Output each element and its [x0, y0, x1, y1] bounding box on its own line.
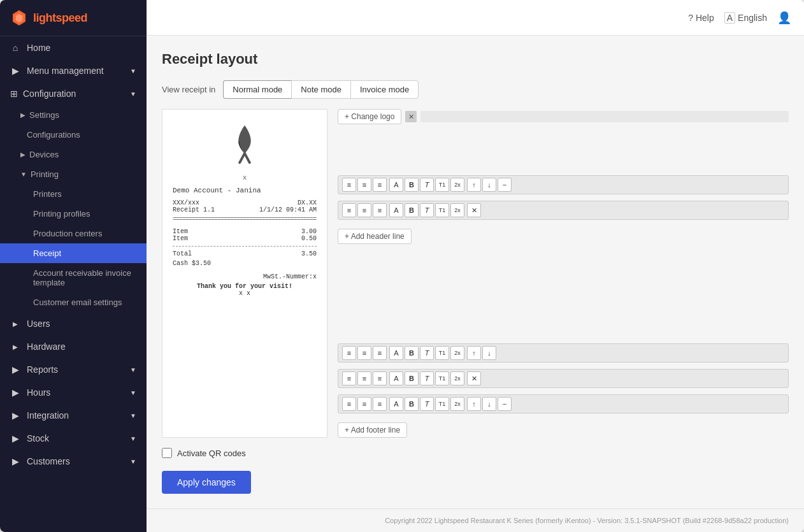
sidebar-item-users[interactable]: ▶ Users — [0, 312, 147, 335]
remove-logo-button[interactable]: ✕ — [405, 111, 417, 122]
f-size-2x-btn[interactable]: 2x — [450, 346, 464, 360]
f3-align-left-btn[interactable]: ≡ — [342, 397, 356, 411]
f2-font-a-btn[interactable]: A — [389, 371, 403, 385]
view-receipt-label: View receipt in — [162, 85, 215, 94]
sidebar-item-settings[interactable]: ▶ Settings — [0, 105, 147, 125]
sidebar-item-hours[interactable]: ▶ Hours ▼ — [0, 381, 147, 404]
sidebar-item-devices-label: Devices — [29, 150, 59, 159]
f3-dash-btn[interactable]: − — [498, 397, 512, 411]
size-2x-btn-2[interactable]: 2x — [450, 203, 464, 217]
help-button[interactable]: ? Help — [688, 13, 714, 23]
add-footer-line-button[interactable]: + Add footer line — [338, 422, 407, 438]
sidebar-item-integration-label: Integration — [27, 410, 69, 421]
font-a-btn[interactable]: A — [389, 178, 403, 192]
sidebar-item-configuration[interactable]: ⊞ Configuration ▼ — [0, 82, 147, 105]
sidebar-item-account-receivable[interactable]: Account receivable invoice template — [0, 263, 147, 292]
sidebar-item-devices[interactable]: ▶ Devices — [0, 145, 147, 164]
user-button[interactable]: 👤 — [777, 11, 791, 25]
italic-btn-2[interactable]: T — [420, 203, 434, 217]
activate-qr-codes-checkbox[interactable] — [162, 448, 172, 458]
f3-align-right-btn[interactable]: ≡ — [373, 397, 387, 411]
sidebar: lightspeed ⌂ Home ▶ Menu management ▼ ⊞ … — [0, 0, 147, 532]
f-font-a-btn[interactable]: A — [389, 346, 403, 360]
f3-bold-btn[interactable]: B — [405, 397, 419, 411]
bold-btn-2[interactable]: B — [405, 203, 419, 217]
size-t1-btn[interactable]: T1 — [435, 178, 449, 192]
sidebar-item-stock[interactable]: ▶ Stock ▼ — [0, 427, 147, 450]
align-right-btn[interactable]: ≡ — [373, 178, 387, 192]
f3-move-up-btn[interactable]: ↑ — [467, 397, 481, 411]
f2-italic-btn[interactable]: T — [420, 371, 434, 385]
align-left-btn[interactable]: ≡ — [342, 178, 356, 192]
add-header-line-button[interactable]: + Add header line — [338, 229, 412, 244]
chevron-down-icon: ▼ — [130, 435, 136, 442]
f-move-down-btn[interactable]: ↓ — [482, 346, 496, 360]
main-content: ? Help A English 👤 Receipt layout — [147, 0, 804, 532]
f-italic-btn[interactable]: T — [420, 346, 434, 360]
f3-font-a-btn[interactable]: A — [389, 397, 403, 411]
tab-normal-mode[interactable]: Normal mode — [223, 80, 291, 99]
sidebar-item-printing-profiles[interactable]: Printing profiles — [0, 204, 147, 224]
receipt-equal-divider: ========================================… — [173, 216, 317, 223]
chevron-down-icon: ▼ — [130, 366, 136, 373]
bold-btn[interactable]: B — [405, 178, 419, 192]
dash-btn[interactable]: − — [498, 178, 512, 192]
f2-size-t1-btn[interactable]: T1 — [435, 371, 449, 385]
sidebar-item-customer-email-label: Customer email settings — [33, 298, 122, 307]
sidebar-item-home[interactable]: ⌂ Home — [0, 36, 147, 59]
sidebar-item-hardware[interactable]: ▶ Hardware — [0, 335, 147, 358]
font-a-btn-2[interactable]: A — [389, 203, 403, 217]
f3-italic-btn[interactable]: T — [420, 397, 434, 411]
f2-align-right-btn[interactable]: ≡ — [373, 371, 387, 385]
size-2x-btn[interactable]: 2x — [450, 178, 464, 192]
sidebar-item-printing[interactable]: ▼ Printing — [0, 164, 147, 184]
close-row-btn[interactable]: ✕ — [467, 203, 481, 217]
align-center-btn[interactable]: ≡ — [357, 178, 371, 192]
receipt-demo-account: Demo Account - Janina — [173, 187, 317, 194]
f-align-right-btn[interactable]: ≡ — [373, 346, 387, 360]
italic-btn[interactable]: T — [420, 178, 434, 192]
move-up-btn[interactable]: ↑ — [467, 178, 481, 192]
sidebar-item-integration[interactable]: ▶ Integration ▼ — [0, 404, 147, 427]
copyright-footer: Copyright 2022 Lightspeed Restaurant K S… — [147, 508, 804, 532]
move-down-btn[interactable]: ↓ — [482, 178, 496, 192]
align-center-btn-2[interactable]: ≡ — [357, 203, 371, 217]
receipt-date: 1/1/12 09:41 AM — [259, 206, 317, 213]
f2-bold-btn[interactable]: B — [405, 371, 419, 385]
svg-line-3 — [240, 154, 245, 163]
receipt-mwst-row: MwSt.-Nummer:x — [173, 273, 317, 280]
tab-invoice-mode[interactable]: Invoice mode — [350, 80, 419, 99]
f-align-left-btn[interactable]: ≡ — [342, 346, 356, 360]
change-logo-button[interactable]: + Change logo — [338, 109, 401, 124]
f2-size-2x-btn[interactable]: 2x — [450, 371, 464, 385]
sidebar-item-printers[interactable]: Printers — [0, 184, 147, 204]
sidebar-item-customer-email[interactable]: Customer email settings — [0, 292, 147, 312]
apply-changes-button[interactable]: Apply changes — [162, 471, 251, 494]
f-size-t1-btn[interactable]: T1 — [435, 346, 449, 360]
f2-align-left-btn[interactable]: ≡ — [342, 371, 356, 385]
receipt-preview: x Demo Account - Janina XXX/xxx DX.XX Re… — [162, 109, 327, 438]
tab-note-mode[interactable]: Note mode — [291, 80, 350, 99]
f3-size-2x-btn[interactable]: 2x — [450, 397, 464, 411]
header-toolbar-row-2: ≡ ≡ ≡ A B T T1 2x ✕ — [338, 201, 789, 220]
f3-align-center-btn[interactable]: ≡ — [357, 397, 371, 411]
sidebar-item-receipt[interactable]: Receipt — [0, 243, 147, 263]
sidebar-item-configurations[interactable]: Configurations — [0, 125, 147, 145]
language-button[interactable]: A English — [724, 12, 767, 24]
f-bold-btn[interactable]: B — [405, 346, 419, 360]
f3-move-down-btn[interactable]: ↓ — [482, 397, 496, 411]
sidebar-item-reports[interactable]: ▶ Reports ▼ — [0, 358, 147, 381]
align-left-btn-2[interactable]: ≡ — [342, 203, 356, 217]
align-right-btn-2[interactable]: ≡ — [373, 203, 387, 217]
sidebar-item-production-centers[interactable]: Production centers — [0, 224, 147, 243]
f2-close-btn[interactable]: ✕ — [467, 371, 481, 385]
f-move-up-btn[interactable]: ↑ — [467, 346, 481, 360]
f3-size-t1-btn[interactable]: T1 — [435, 397, 449, 411]
sidebar-item-hardware-label: Hardware — [27, 341, 66, 352]
f2-align-center-btn[interactable]: ≡ — [357, 371, 371, 385]
sidebar-item-stock-label: Stock — [27, 433, 49, 443]
sidebar-item-menu-management[interactable]: ▶ Menu management ▼ — [0, 59, 147, 82]
f-align-center-btn[interactable]: ≡ — [357, 346, 371, 360]
size-t1-btn-2[interactable]: T1 — [435, 203, 449, 217]
sidebar-item-customers[interactable]: ▶ Customers ▼ — [0, 450, 147, 473]
